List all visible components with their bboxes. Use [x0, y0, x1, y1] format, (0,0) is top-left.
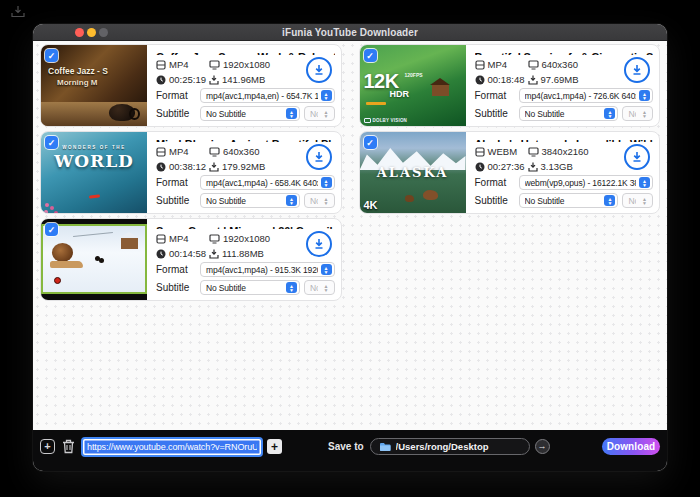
video-title: Beautiful Scenic of...& Cinematic Sound	[475, 51, 654, 55]
video-list: ✓ Coffee Jazz - S Morning M Coffee Jazz …	[33, 41, 667, 430]
video-card: ✓ 12K 120FPS HDR DOLBY VISION Beautiful …	[359, 44, 661, 127]
video-card: ✓ Coffee Jazz - S Morning M Coffee Jazz …	[40, 44, 342, 127]
resolution-badge: 640x360	[209, 146, 301, 157]
stepper-icon: ▲▼	[639, 177, 650, 188]
format-select[interactable]: mp4(avc1,mp4a) - 915.3K 1920x1080 ▲▼	[200, 262, 335, 277]
download-size-icon	[209, 249, 219, 259]
subtitle-label: Subtitle	[475, 195, 515, 206]
download-size-icon	[528, 75, 538, 85]
trash-icon	[62, 439, 75, 454]
save-to-label: Save to	[328, 441, 364, 452]
title-bar: iFunia YouTube Downloader	[33, 24, 667, 41]
add-url-button[interactable]: +	[40, 439, 55, 454]
bear-art	[405, 195, 414, 202]
download-all-button[interactable]: Download	[602, 438, 660, 455]
format-select[interactable]: mp4(avc1,mp4a,en) - 654.7K 1920x1080 ▲▼	[200, 88, 335, 103]
stepper-icon: ▲▼	[604, 108, 615, 119]
subtitle-select-disabled: No Subtitle ▲▼	[304, 280, 335, 295]
monitor-icon	[528, 60, 539, 70]
file-icon	[475, 60, 485, 70]
url-text: https://www.youtube.com/watch?v=RNOruUp5…	[87, 442, 257, 452]
zoom-window-button[interactable]	[99, 28, 108, 37]
file-icon	[156, 60, 166, 70]
bear-art	[423, 190, 438, 200]
format-select[interactable]: mp4(avc1,mp4a) - 658.4K 640x360 ▲▼	[200, 175, 335, 190]
add-url-confirm-button[interactable]: +	[267, 439, 282, 454]
thumb-text: 120FPS	[405, 72, 423, 78]
selected-checkbox-icon[interactable]: ✓	[45, 49, 58, 62]
clock-icon	[156, 162, 166, 172]
video-thumbnail: ✓	[41, 219, 147, 300]
format-select[interactable]: mp4(avc1,mp4a) - 726.6K 640x360 ▲▼	[519, 88, 654, 103]
coffee-cup-art	[109, 104, 135, 121]
dolby-vision-icon	[364, 118, 371, 123]
thumb-text: Morning M	[57, 78, 97, 87]
subtitle-label: Subtitle	[156, 282, 196, 293]
subtitle-select[interactable]: No Subtitle ▲▼	[200, 193, 300, 208]
download-size-icon	[528, 162, 538, 172]
stepper-icon: ▲▼	[321, 282, 332, 293]
subtitle-select[interactable]: No Subtitle ▲▼	[200, 280, 300, 295]
filesize-badge: 141.96MB	[209, 74, 301, 85]
download-video-button[interactable]	[624, 144, 650, 170]
download-tray-icon	[11, 4, 25, 22]
download-video-button[interactable]	[624, 57, 650, 83]
format-badge: WEBM	[475, 146, 528, 157]
selected-checkbox-icon[interactable]: ✓	[45, 136, 58, 149]
video-title: Mind-Blowing Aeri...st Beautiful Places!	[156, 138, 335, 142]
filesize-badge: 179.92MB	[209, 161, 301, 172]
format-badge: MP4	[156, 233, 209, 244]
duration-badge: 00:14:58	[156, 248, 209, 259]
download-arrow-icon	[313, 151, 325, 163]
stepper-icon: ▲▼	[321, 108, 332, 119]
selected-checkbox-icon[interactable]: ✓	[364, 49, 377, 62]
subtitle-select[interactable]: No Subtitle ▲▼	[200, 106, 300, 121]
stepper-icon: ▲▼	[321, 264, 332, 275]
stepper-icon: ▲▼	[321, 90, 332, 101]
clock-icon	[475, 75, 485, 85]
subtitle-select[interactable]: No Subtitle ▲▼	[519, 193, 619, 208]
resolution-badge: 640x360	[528, 59, 620, 70]
thumb-text: 4K	[364, 199, 378, 211]
thumb-text: WORLD	[41, 151, 147, 171]
download-arrow-icon	[313, 64, 325, 76]
duration-badge: 00:38:12	[156, 161, 209, 172]
stepper-icon: ▲▼	[286, 282, 297, 293]
thumb-text: Coffee Jazz - S	[48, 66, 145, 76]
filesize-badge: 97.69MB	[528, 74, 620, 85]
resolution-badge: 1920x1080	[209, 59, 301, 70]
delete-button[interactable]	[62, 439, 75, 454]
resolution-badge: 1920x1080	[209, 233, 301, 244]
house-art	[432, 85, 449, 96]
clock-icon	[156, 249, 166, 259]
subtitle-select-disabled: No Subtitle ▲▼	[622, 193, 653, 208]
window-title: iFunia YouTube Downloader	[282, 27, 418, 38]
close-window-button[interactable]	[75, 28, 84, 37]
save-path-field[interactable]: /Users/rong/Desktop	[370, 438, 530, 455]
selected-checkbox-icon[interactable]: ✓	[45, 223, 58, 236]
download-video-button[interactable]	[306, 231, 332, 257]
video-thumbnail: ✓ ALASKA 4K	[360, 132, 466, 213]
duration-badge: 00:18:48	[475, 74, 528, 85]
duration-badge: 00:25:19	[156, 74, 209, 85]
download-video-button[interactable]	[306, 144, 332, 170]
flowers-art	[45, 203, 49, 207]
url-input[interactable]: https://www.youtube.com/watch?v=RNOruUp5…	[83, 439, 261, 455]
monitor-icon	[209, 234, 220, 244]
download-size-icon	[209, 75, 219, 85]
stepper-icon: ▲▼	[604, 195, 615, 206]
folder-icon	[379, 442, 391, 452]
stepper-icon: ▲▼	[639, 108, 650, 119]
open-folder-button[interactable]: →	[535, 439, 550, 454]
app-window: iFunia YouTube Downloader ✓ Coffee Jazz …	[33, 24, 667, 471]
download-video-button[interactable]	[306, 57, 332, 83]
format-select[interactable]: webm(vp9,opus) - 16122.1K 3840x2160 ▲▼	[519, 175, 654, 190]
thumb-art	[366, 102, 386, 105]
download-arrow-icon	[631, 64, 643, 76]
bottom-toolbar: + https://www.youtube.com/watch?v=RNOruU…	[33, 430, 667, 471]
minimize-window-button[interactable]	[87, 28, 96, 37]
thumb-text: ALASKA	[360, 165, 466, 180]
kayak-art	[89, 194, 100, 199]
selected-checkbox-icon[interactable]: ✓	[364, 136, 377, 149]
subtitle-select[interactable]: No Subtitle ▲▼	[519, 106, 619, 121]
